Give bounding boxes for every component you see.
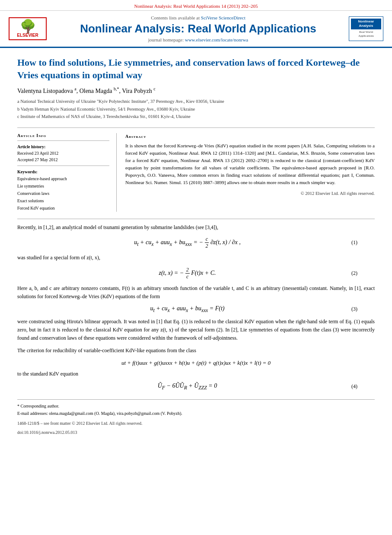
authors-line: Valentyna Listopadova a, Olena Magda b,*… — [17, 86, 375, 95]
nonlinear-logo-box: Nonlinear Analysis Real WorldApplication… — [349, 16, 383, 41]
elsevier-tree-icon: 🌳 — [20, 20, 36, 33]
equation-4: ŨF − 6ŨŨR + ŨZZZ = 0 (4) — [35, 382, 357, 391]
equation-2-number: (2) — [340, 270, 357, 277]
top-header: Nonlinear Analysis: Real World Applicati… — [0, 0, 392, 11]
keyword-2: Lie symmetries — [17, 182, 109, 190]
nl-logo-body: Real WorldApplications — [351, 29, 381, 39]
article-title: How to find solutions, Lie symmetries, a… — [17, 57, 375, 81]
journal-header: 🌳 ELSEVIER Contents lists available at S… — [0, 11, 392, 48]
info-divider-2 — [17, 166, 109, 166]
keyword-4: Exact solutions — [17, 197, 109, 204]
homepage-url[interactable]: www.elsevier.com/locate/nonrwa — [185, 37, 249, 42]
journal-main-title: Nonlinear Analysis: Real World Applicati… — [52, 22, 344, 35]
elsevier-logo: 🌳 ELSEVIER — [9, 17, 48, 40]
affiliation-a: a National Technical University of Ukrai… — [17, 98, 375, 105]
body-paragraph-5: The criterion for reducibility of variab… — [17, 347, 375, 355]
info-divider-1 — [17, 140, 109, 141]
equation-3-number: (3) — [340, 306, 357, 312]
affiliation-b: b Vadym Hetman Kyiv National Economic Un… — [17, 106, 375, 113]
abstract-text: It is shown that the forced Korteweg–de … — [125, 142, 375, 186]
keyword-5: Forced KdV equation — [17, 204, 109, 212]
equation-3: ut + cux + auux + buxxx = F(t) (3) — [35, 305, 357, 313]
issn-line: 1468-1218/$ – see front matter © 2012 El… — [17, 421, 375, 426]
article-info-col: Article Info Article history: Received 2… — [17, 133, 117, 212]
elsevier-brand-text: ELSEVIER — [17, 33, 38, 38]
accepted-text: Accepted 27 May 2012 — [17, 156, 109, 163]
equation-4-number: (4) — [340, 383, 357, 390]
affiliation-c: c Institute of Mathematics of NAS of Ukr… — [17, 113, 375, 121]
keyword-3: Conservation laws — [17, 190, 109, 197]
journal-title-block: Contents lists available at SciVerse Sci… — [52, 15, 344, 42]
equation-4-content: ŨF − 6ŨŨR + ŨZZZ = 0 — [35, 382, 340, 391]
keyword-1: Equivalence-based approach — [17, 175, 109, 182]
copyright-line: © 2012 Elsevier Ltd. All rights reserved… — [125, 190, 375, 197]
equation-1-number: (1) — [340, 239, 357, 246]
nl-logo-header: Nonlinear Analysis — [351, 19, 381, 29]
contents-available: Contents lists available at SciVerse Sci… — [52, 15, 344, 20]
journal-reference: Nonlinear Analysis: Real World Applicati… — [134, 3, 258, 9]
footnote-section: * Corresponding author. E-mail addresses… — [17, 399, 375, 435]
body-paragraph-1: Recently, in [1,2], an analytical model … — [17, 223, 375, 232]
email-line: E-mail addresses: olena.magda@gmail.com … — [17, 411, 375, 417]
keywords-list: Equivalence-based approach Lie symmetrie… — [17, 175, 109, 212]
sciverse-link[interactable]: SciVerse ScienceDirect — [201, 15, 245, 20]
keywords-label: Keywords: — [17, 169, 109, 174]
doi-line: doi:10.1016/j.nonrwa.2012.05.013 — [17, 430, 375, 435]
history-label: Article history: — [17, 144, 109, 149]
equation-1: ut + cux + auux + buxxx = − c 2 ∂z(t, x)… — [35, 236, 357, 249]
main-content: How to find solutions, Lie symmetries, a… — [0, 48, 392, 443]
two-col-section: Article Info Article history: Received 2… — [17, 127, 375, 212]
body-paragraph-6: to the standard KdV equation — [17, 370, 375, 378]
equation-3-content: ut + cux + auux + buxxx = F(t) — [35, 305, 340, 313]
received-text: Received 23 April 2012 — [17, 150, 109, 156]
equation-1-content: ut + cux + auux + buxxx = − c 2 ∂z(t, x)… — [35, 236, 340, 249]
equation-2: z(t, x) = − 2 c F(t)x + C. (2) — [35, 267, 357, 280]
body-paragraph-2: was studied for a special form of z(t, x… — [17, 254, 375, 262]
article-info-label: Article Info — [17, 133, 109, 138]
body-paragraph-3: Here a, b, and c are arbitrary nonzero c… — [17, 284, 375, 301]
section-divider — [17, 219, 375, 219]
abstract-col: Abstract It is shown that the forced Kor… — [125, 133, 375, 212]
journal-homepage: journal homepage: www.elsevier.com/locat… — [52, 37, 344, 42]
eq4-inline-line: ut + f(t)uux + g(t)uxxx + h(t)u + (p(t) … — [17, 360, 375, 366]
corresponding-author-note: * Corresponding author. — [17, 403, 375, 409]
equation-2-content: z(t, x) = − 2 c F(t)x + C. — [35, 267, 340, 280]
body-paragraph-4: were constructed using Hirota's bilinear… — [17, 318, 375, 343]
affiliations: a National Technical University of Ukrai… — [17, 98, 375, 121]
abstract-label: Abstract — [125, 133, 375, 140]
